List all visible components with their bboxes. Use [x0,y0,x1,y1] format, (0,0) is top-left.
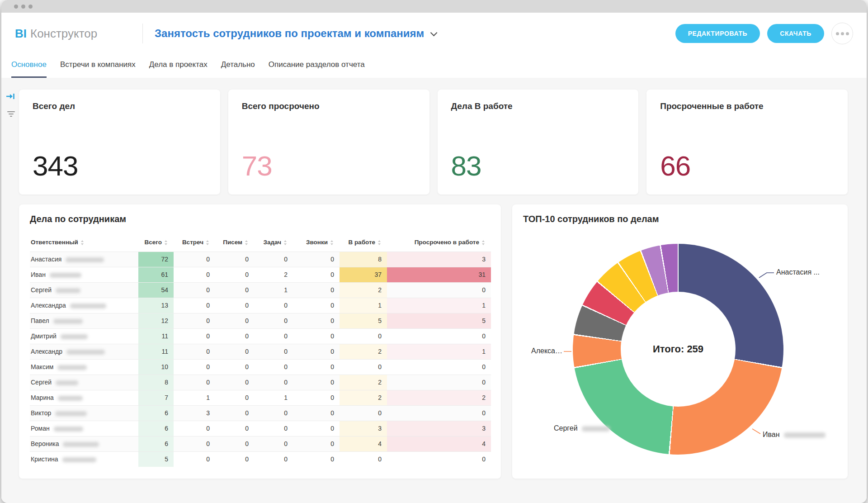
table-row: Сергей8000020 [30,375,491,390]
collapse-panel-icon[interactable] [6,93,16,102]
value-cell: 3 [387,421,491,436]
blurred-surname [54,427,83,432]
value-cell: 0 [215,282,254,298]
value-cell: 0 [174,344,215,359]
browser-chrome [1,0,867,13]
employee-name-cell: Сергей [30,375,138,390]
value-cell: 0 [254,421,293,436]
sort-icon [377,240,382,245]
value-cell: 6 [138,405,174,421]
employee-name-cell: Александр [30,344,138,359]
value-cell: 0 [387,282,491,298]
sort-icon [80,240,85,245]
table-row: Александра13000011 [30,298,491,313]
tab-3[interactable]: Детально [221,60,255,78]
blurred-surname [55,411,87,416]
blurred-surname [61,334,88,339]
value-cell: 0 [215,451,254,467]
blurred-surname [66,350,105,355]
bottom-row: Дела по сотрудникам ОтветственныйВсегоВс… [19,204,848,479]
value-cell: 12 [138,313,174,328]
value-cell: 4 [387,436,491,451]
kpi-value: 66 [660,150,690,182]
window-dot-icon[interactable] [28,5,33,9]
value-cell: 0 [215,267,254,282]
value-cell: 0 [215,344,254,359]
value-cell: 1 [387,298,491,313]
more-button[interactable] [831,23,853,44]
employee-name-cell: Роман [30,421,138,436]
callout-label[interactable]: Анастасия ... [776,268,820,276]
column-header-6[interactable]: В работе [340,233,387,252]
kpi-value: 343 [33,150,78,182]
sort-icon [283,240,288,245]
blurred-surname [70,304,106,308]
value-cell: 0 [293,405,340,421]
table-row: Павел12000055 [30,313,491,328]
tab-0[interactable]: Основное [11,60,47,78]
kpi-card-1: Всего просрочено73 [228,90,429,195]
value-cell: 0 [293,298,340,313]
edit-button[interactable]: РЕДАКТИРОВАТЬ [675,24,760,43]
value-cell: 5 [387,313,491,328]
donut-hole: Итого: 259 [621,292,736,407]
column-header-2[interactable]: Встреч [174,233,215,252]
value-cell: 2 [340,344,387,359]
donut-chart-area: Итого: 259 Анастасия ... Алекса… Сергей … [512,204,848,479]
ellipsis-icon [836,32,839,35]
employee-name-cell: Максим [30,359,138,375]
kpi-value: 83 [451,150,481,182]
value-cell: 0 [293,344,340,359]
column-header-1[interactable]: Всего [138,233,174,252]
blurred-surname [56,288,80,293]
blurred-surname [62,457,96,462]
callout-label[interactable]: Иван [763,431,826,439]
value-cell: 0 [174,451,215,467]
value-cell: 0 [174,252,215,267]
table-row: Сергей54001020 [30,282,491,298]
value-cell: 2 [254,267,293,282]
tab-1[interactable]: Встречи в компаниях [60,60,136,78]
value-cell: 0 [174,375,215,390]
value-cell: 0 [387,405,491,421]
value-cell: 0 [293,252,340,267]
tab-4[interactable]: Описание разделов отчета [269,60,365,78]
report-title-dropdown[interactable]: Занятость сотрудников по проектам и комп… [155,27,435,40]
value-cell: 1 [387,344,491,359]
window-dot-icon[interactable] [14,5,18,9]
callout-label[interactable]: Сергей [554,424,610,432]
value-cell: 0 [340,328,387,344]
column-header-0[interactable]: Ответственный [30,233,138,252]
blurred-surname [56,380,78,385]
value-cell: 0 [340,405,387,421]
value-cell: 0 [215,313,254,328]
employee-name-cell: Иван [30,267,138,282]
value-cell: 1 [254,282,293,298]
value-cell: 1 [340,298,387,313]
window-dot-icon[interactable] [21,5,25,9]
table-title: Дела по сотрудникам [30,214,491,224]
value-cell: 8 [340,252,387,267]
column-header-3[interactable]: Писем [215,233,254,252]
value-cell: 3 [387,252,491,267]
column-header-7[interactable]: Просрочено в работе [387,233,491,252]
value-cell: 0 [254,313,293,328]
blurred-surname [66,257,104,262]
value-cell: 54 [138,282,174,298]
filter-icon[interactable] [7,110,15,118]
column-header-5[interactable]: Звонки [293,233,340,252]
value-cell: 0 [293,390,340,405]
tab-2[interactable]: Дела в проектах [149,60,208,78]
value-cell: 0 [174,298,215,313]
column-header-4[interactable]: Задач [254,233,293,252]
employee-name-cell: Дмитрий [30,328,138,344]
callout-label[interactable]: Алекса… [531,347,562,355]
donut-chart[interactable]: Итого: 259 [573,244,783,455]
employee-name-cell: Александра [30,298,138,313]
kpi-card-0: Всего дел343 [19,90,220,195]
download-button[interactable]: СКАЧАТЬ [767,24,824,43]
value-cell: 72 [138,252,174,267]
value-cell: 0 [174,359,215,375]
table-row: Вероника6000044 [30,436,491,451]
value-cell: 0 [293,313,340,328]
